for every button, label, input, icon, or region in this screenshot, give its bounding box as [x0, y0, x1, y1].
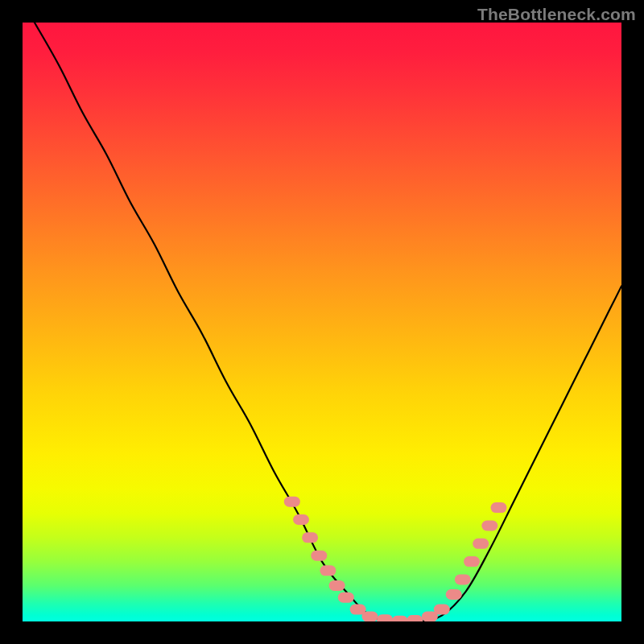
data-marker: [320, 565, 336, 576]
data-marker: [329, 580, 345, 591]
data-marker: [338, 592, 354, 603]
watermark-text: TheBottleneck.com: [477, 5, 636, 24]
bottleneck-curve: [35, 23, 621, 621]
data-marker: [407, 615, 423, 621]
data-marker: [362, 612, 378, 622]
data-marker: [293, 514, 309, 525]
chart-svg: [23, 23, 621, 621]
data-marker: [311, 551, 327, 561]
data-marker: [491, 502, 507, 513]
data-marker: [446, 589, 462, 600]
data-marker: [377, 614, 393, 621]
data-marker: [481, 521, 497, 531]
plot-area: [23, 23, 621, 621]
chart-frame: TheBottleneck.com: [0, 0, 644, 644]
marker-group: [284, 497, 507, 621]
data-marker: [302, 532, 318, 543]
data-marker: [464, 556, 480, 567]
data-marker: [455, 574, 471, 584]
data-marker: [473, 539, 489, 549]
data-marker: [284, 497, 300, 507]
data-marker: [434, 605, 450, 615]
data-marker: [392, 616, 408, 621]
